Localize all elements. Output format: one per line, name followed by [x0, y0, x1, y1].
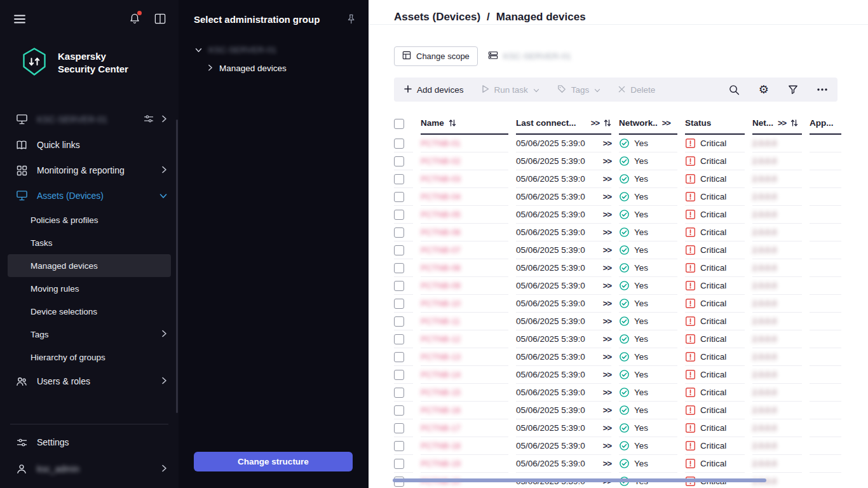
row-checkbox[interactable] [394, 316, 404, 327]
table-row[interactable]: PCTNB-19 05/06/2025 5:39:0 >> Yes Critic… [394, 455, 841, 473]
run-task-button[interactable]: Run task [482, 85, 539, 95]
table-row[interactable]: PCTNB-16 05/06/2025 5:39:0 >> Yes Critic… [394, 402, 841, 419]
table-row[interactable]: PCTNB-17 05/06/2025 5:39:0 >> Yes Critic… [394, 419, 841, 437]
table-row[interactable]: PCTNB-12 05/06/2025 5:39:0 >> Yes Critic… [394, 330, 841, 348]
tags-button[interactable]: Tags [557, 85, 601, 95]
row-checkbox[interactable] [394, 405, 404, 416]
column-expand-link[interactable]: >> [662, 118, 670, 128]
column-expand-link[interactable]: >> [591, 118, 599, 128]
row-expand-link[interactable]: >> [603, 352, 611, 362]
pin-icon[interactable] [346, 14, 356, 24]
table-row[interactable]: PCTNB-10 05/06/2025 5:39:0 >> Yes Critic… [394, 295, 841, 313]
hamburger-menu-icon[interactable] [14, 15, 25, 24]
change-scope-button[interactable]: Change scope [394, 46, 478, 66]
row-expand-link[interactable]: >> [603, 192, 611, 201]
chevron-right-icon[interactable] [208, 64, 213, 73]
row-checkbox[interactable] [394, 281, 404, 291]
sidebar-item-managed-devices[interactable]: Managed devices [8, 254, 171, 277]
table-row[interactable]: PCTNB-03 05/06/2025 5:39:0 >> Yes Critic… [394, 170, 841, 188]
table-row[interactable]: PCTNB-04 05/06/2025 5:39:0 >> Yes Critic… [394, 188, 841, 206]
chevron-right-icon[interactable] [161, 114, 167, 125]
row-checkbox[interactable] [394, 210, 404, 220]
more-options-icon[interactable] [817, 88, 827, 91]
delete-button[interactable]: Delete [618, 85, 655, 95]
row-checkbox[interactable] [394, 423, 404, 433]
sidebar-item-tags[interactable]: Tags [0, 323, 179, 346]
sidebar-item-assets[interactable]: Assets (Devices) [0, 183, 179, 208]
header-last-connection[interactable]: Last connect... >> [516, 112, 611, 135]
row-expand-link[interactable]: >> [603, 139, 611, 148]
sidebar-item-settings[interactable]: Settings [0, 430, 179, 455]
row-checkbox[interactable] [394, 459, 404, 469]
device-name-link[interactable]: PCTNB-19 [421, 459, 461, 468]
sort-icon[interactable] [790, 119, 798, 127]
row-expand-link[interactable]: >> [603, 263, 611, 273]
tree-node-managed-devices[interactable]: Managed devices [179, 58, 369, 78]
row-expand-link[interactable]: >> [603, 316, 611, 326]
table-row[interactable]: PCTNB-05 05/06/2025 5:39:0 >> Yes Critic… [394, 206, 841, 224]
device-name-link[interactable]: PCTNB-04 [421, 192, 461, 201]
add-devices-button[interactable]: Add devices [404, 85, 464, 95]
sort-icon[interactable] [604, 119, 611, 127]
table-row[interactable]: PCTNB-18 05/06/2025 5:39:0 >> Yes Critic… [394, 437, 841, 455]
device-name-link[interactable]: PCTNB-03 [421, 174, 461, 184]
table-row[interactable]: PCTNB-08 05/06/2025 5:39:0 >> Yes Critic… [394, 259, 841, 277]
row-expand-link[interactable]: >> [603, 245, 611, 255]
header-name[interactable]: Name [421, 112, 508, 135]
sidebar-item-quick-links[interactable]: Quick links [0, 132, 179, 158]
chevron-down-icon[interactable] [195, 45, 202, 55]
scope-server-chip[interactable]: KSC-SERVER-01 [488, 51, 571, 62]
device-name-link[interactable]: PCTNB-18 [421, 441, 461, 451]
search-icon[interactable] [729, 85, 740, 95]
select-all-checkbox[interactable] [394, 119, 404, 129]
row-checkbox[interactable] [394, 227, 404, 238]
row-checkbox[interactable] [394, 192, 404, 202]
row-checkbox[interactable] [394, 388, 404, 398]
table-row[interactable]: PCTNB-06 05/06/2025 5:39:0 >> Yes Critic… [394, 224, 841, 241]
device-name-link[interactable]: PCTNB-01 [421, 139, 461, 148]
sidebar-item-moving-rules[interactable]: Moving rules [0, 277, 179, 300]
row-expand-link[interactable]: >> [603, 370, 611, 379]
table-row[interactable]: PCTNB-14 05/06/2025 5:39:0 >> Yes Critic… [394, 366, 841, 384]
device-name-link[interactable]: PCTNB-17 [421, 423, 461, 433]
header-network-visible[interactable]: Network.. >> [619, 112, 677, 135]
sidebar-item-monitoring[interactable]: Monitoring & reporting [0, 158, 179, 183]
sidebar-item-server[interactable]: KSC-SERVER-01 [0, 107, 179, 132]
row-expand-link[interactable]: >> [603, 388, 611, 397]
sidebar-item-hierarchy-of-groups[interactable]: Hierarchy of groups [0, 346, 179, 369]
row-expand-link[interactable]: >> [603, 459, 611, 468]
sidebar-scrollbar[interactable] [176, 119, 178, 413]
table-row[interactable]: PCTNB-13 05/06/2025 5:39:0 >> Yes Critic… [394, 348, 841, 366]
row-expand-link[interactable]: >> [603, 210, 611, 219]
change-structure-button[interactable]: Change structure [194, 452, 353, 471]
table-row[interactable]: PCTNB-09 05/06/2025 5:39:0 >> Yes Critic… [394, 277, 841, 295]
column-expand-link[interactable]: >> [778, 118, 786, 128]
table-row[interactable]: PCTNB-02 05/06/2025 5:39:0 >> Yes Critic… [394, 152, 841, 170]
row-expand-link[interactable]: >> [603, 227, 611, 237]
row-expand-link[interactable]: >> [603, 441, 611, 451]
row-checkbox[interactable] [394, 174, 404, 184]
filter-funnel-icon[interactable] [788, 85, 798, 95]
header-net-agent[interactable]: Net... >> [752, 112, 802, 135]
device-name-link[interactable]: PCTNB-14 [421, 370, 461, 379]
device-name-link[interactable]: PCTNB-12 [421, 334, 461, 344]
row-expand-link[interactable]: >> [603, 174, 611, 184]
row-checkbox[interactable] [394, 139, 404, 149]
row-checkbox[interactable] [394, 245, 404, 255]
row-checkbox[interactable] [394, 263, 404, 273]
device-name-link[interactable]: PCTNB-02 [421, 156, 461, 166]
device-name-link[interactable]: PCTNB-06 [421, 227, 461, 237]
device-name-link[interactable]: PCTNB-16 [421, 405, 461, 415]
sidebar-item-users-roles[interactable]: Users & roles [0, 369, 179, 394]
row-expand-link[interactable]: >> [603, 334, 611, 344]
server-properties-icon[interactable] [144, 114, 154, 125]
device-name-link[interactable]: PCTNB-08 [421, 263, 461, 273]
row-checkbox[interactable] [394, 370, 404, 380]
sidebar-item-tasks[interactable]: Tasks [0, 231, 179, 254]
sidebar-item-account[interactable]: ksc_admin [0, 455, 179, 483]
sidebar-item-device-selections[interactable]: Device selections [0, 300, 179, 323]
device-name-link[interactable]: PCTNB-10 [421, 299, 461, 308]
help-panel-icon[interactable] [154, 13, 166, 24]
notifications-bell-icon[interactable] [129, 13, 140, 25]
device-name-link[interactable]: PCTNB-09 [421, 281, 461, 290]
